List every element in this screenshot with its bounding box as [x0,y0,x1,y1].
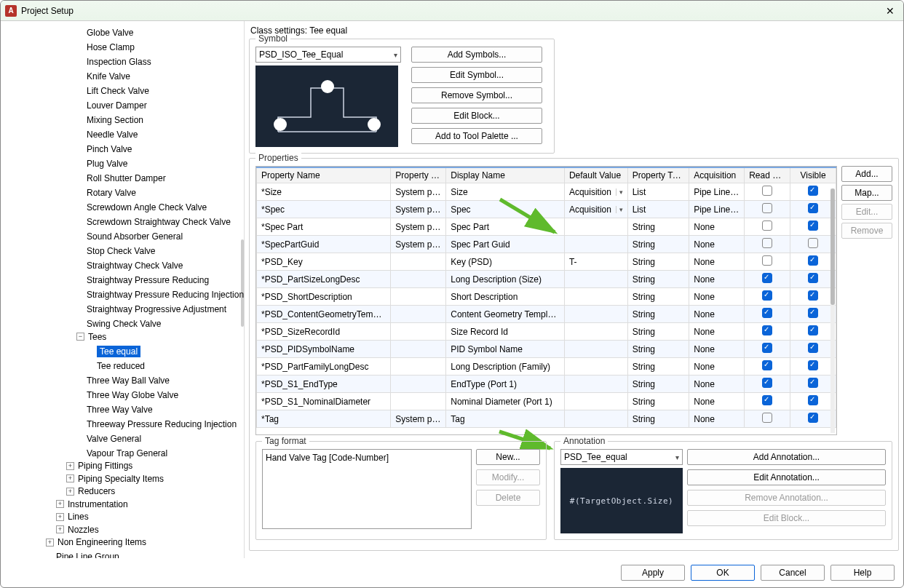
visible-checkbox[interactable] [808,255,818,266]
col-acquisition[interactable]: Acquisition [689,167,745,183]
visible-checkbox[interactable] [808,273,818,283]
expand-icon[interactable]: + [66,462,74,470]
readonly-checkbox[interactable] [762,308,772,318]
remove-symbol-button[interactable]: Remove Symbol... [411,87,542,103]
readonly-checkbox[interactable] [762,186,772,196]
table-row[interactable]: *PSD_KeyKey (PSD)T-StringNone [257,253,836,271]
tree-item[interactable]: Tee reduced [85,360,146,372]
readonly-checkbox[interactable] [762,413,772,423]
table-row[interactable]: *SpecPartGuidSystem pr...Spec Part GuidS… [257,236,836,253]
tree-item[interactable]: Three Way Valve [75,404,154,416]
tree-item[interactable]: Straightway Progressive Adjustment [75,303,228,315]
tree-item[interactable]: Hose Clamp [75,41,136,53]
expand-icon[interactable]: + [66,488,74,496]
tree-item[interactable]: Lift Check Valve [75,85,151,97]
edit-annotation-button[interactable]: Edit Annotation... [687,469,886,485]
readonly-checkbox[interactable] [762,220,772,231]
readonly-checkbox[interactable] [762,238,772,248]
tree-item[interactable]: +Instrumentation [55,498,130,510]
readonly-checkbox[interactable] [762,395,772,405]
table-row[interactable]: *PSD_PartFamilyLongDescLong Description … [257,358,836,376]
annotation-combo[interactable]: PSD_Tee_equal▾ [560,449,683,465]
tree-item[interactable]: Three Way Globe Valve [75,389,180,401]
visible-checkbox[interactable] [808,290,818,301]
tree-item[interactable]: Threeway Pressure Reducing Injection [75,418,238,430]
tree-item[interactable]: +Nozzles [55,524,100,536]
tree-item[interactable]: Needle Valve [75,129,140,140]
readonly-checkbox[interactable] [762,378,772,388]
table-row[interactable]: *PSD_PIDSymbolNamePID Symbol NameStringN… [257,341,836,358]
tree-item[interactable]: +Non Engineering Items [44,536,148,548]
help-button[interactable]: Help [830,565,895,581]
table-row[interactable]: *PSD_PartSizeLongDescLong Description (S… [257,271,836,288]
tree-item[interactable]: Pinch Valve [75,143,133,155]
readonly-checkbox[interactable] [762,273,772,283]
properties-scrollbar[interactable] [830,188,835,433]
tree-item[interactable]: +Piping Fittings [65,460,134,472]
expand-icon[interactable]: + [46,539,54,547]
tree-item[interactable]: Swing Check Valve [75,318,163,330]
tree-item[interactable]: Mixing Section [75,114,145,126]
table-row[interactable]: *PSD_ShortDescriptionShort DescriptionSt… [257,288,836,306]
tree-item[interactable]: Rotary Valve [75,187,138,199]
close-icon[interactable]: ✕ [881,5,899,17]
readonly-checkbox[interactable] [762,325,772,335]
tree-item[interactable]: Screwdown Angle Check Valve [75,202,208,213]
visible-checkbox[interactable] [808,220,818,231]
expand-icon[interactable]: + [66,474,74,482]
col-property-type[interactable]: Property Type [627,167,689,183]
visible-checkbox[interactable] [808,413,818,423]
table-row[interactable]: *PSD_ContentGeometryTemplateContent Geom… [257,306,836,323]
visible-checkbox[interactable] [808,308,818,318]
visible-checkbox[interactable] [808,186,818,196]
tree-item[interactable]: Louver Damper [75,100,148,111]
tree-item[interactable]: Knife Valve [75,71,132,82]
edit-block-button[interactable]: Edit Block... [411,108,542,124]
col-visible[interactable]: Visible [790,167,836,183]
tree-item[interactable]: Screwdown Straightway Check Valve [75,216,232,228]
col-property-desc[interactable]: Property Description [391,167,446,183]
tree-item[interactable]: +Piping Specialty Items [65,473,165,485]
tree-node-tees[interactable]: − Tees [75,331,108,343]
apply-button[interactable]: Apply [621,565,685,581]
readonly-checkbox[interactable] [762,203,772,213]
readonly-checkbox[interactable] [762,255,772,266]
tree-item[interactable]: Three Way Ball Valve [75,375,171,386]
tree-item[interactable]: Stop Check Valve [75,245,157,257]
visible-checkbox[interactable] [808,203,818,213]
table-row[interactable]: *PSD_S1_EndTypeEndType (Port 1)StringNon… [257,376,836,393]
col-display-name[interactable]: Display Name [446,167,565,183]
visible-checkbox[interactable] [808,378,818,388]
add-symbols-button[interactable]: Add Symbols... [411,47,542,63]
expand-icon[interactable]: + [56,525,64,533]
tree-item[interactable]: Plug Valve [75,158,129,170]
property-add-button[interactable]: Add... [841,166,892,182]
tree-item[interactable]: Sound Absorber General [75,231,184,242]
tree-item[interactable]: Vapour Trap General [75,448,169,459]
col-property-name[interactable]: Property Name [257,167,391,183]
tree-item[interactable]: Roll Shutter Damper [75,172,167,184]
table-row[interactable]: *Spec PartSystem pr...Spec PartStringNon… [257,218,836,236]
visible-checkbox[interactable] [808,238,818,248]
tree-item[interactable]: +Lines [55,511,90,523]
cancel-button[interactable]: Cancel [761,565,825,581]
col-default-value[interactable]: Default Value [564,167,627,183]
tree-item[interactable]: Straightway Pressure Reducing [75,274,210,286]
tree-item[interactable]: Straightway Pressure Reducing Injection [75,289,245,301]
symbol-combo[interactable]: PSD_ISO_Tee_Equal▾ [255,47,401,63]
expand-icon[interactable]: + [56,513,64,521]
table-row[interactable]: *PSD_SizeRecordIdSize Record IdStringNon… [257,323,836,341]
visible-checkbox[interactable] [808,325,818,335]
readonly-checkbox[interactable] [762,290,772,301]
visible-checkbox[interactable] [808,360,818,370]
col-read-only[interactable]: Read Only [745,167,790,183]
property-map-button[interactable]: Map... [841,185,892,201]
properties-table[interactable]: Property Name Property Description Displ… [255,166,837,435]
collapse-icon[interactable]: − [76,333,84,341]
nav-tree[interactable]: Globe ValveHose ClampInspection GlassKni… [1,21,245,558]
tree-item[interactable]: +Reducers [65,485,116,497]
expand-icon[interactable]: + [56,500,64,508]
table-row[interactable]: *PSD_S1_NominalDiameterNominal Diameter … [257,393,836,410]
edit-symbol-button[interactable]: Edit Symbol... [411,67,542,83]
add-annotation-button[interactable]: Add Annotation... [687,449,886,465]
